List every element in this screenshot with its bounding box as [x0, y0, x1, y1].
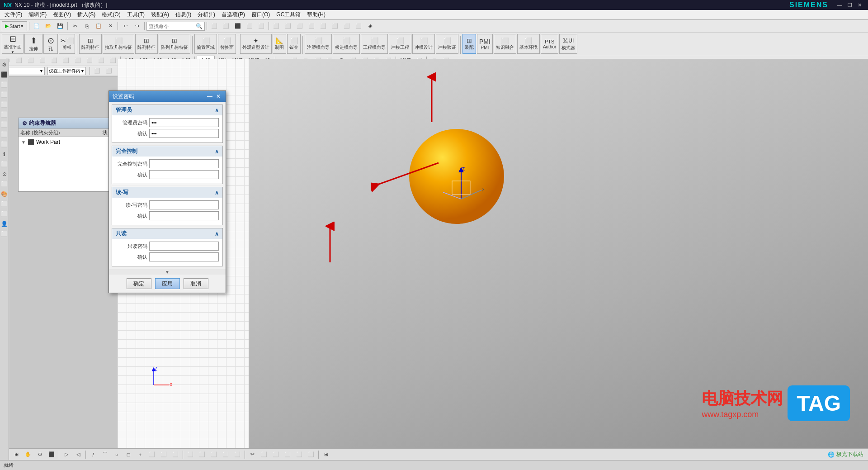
ro-confirm-input[interactable] [149, 252, 219, 261]
menu-item-preferences[interactable]: 首选项(P) [219, 10, 248, 19]
cut-btn[interactable]: ✂ [70, 21, 80, 31]
mold-wizard-btn[interactable]: ⬜ 注塑模向导 [305, 34, 332, 54]
prog-die-btn[interactable]: ⬜ 极进模向导 [333, 34, 360, 54]
bt-btn8[interactable]: ⌒ [99, 450, 110, 460]
side-icon-12[interactable]: ⊙ [0, 170, 9, 178]
dialog-close-btn[interactable]: ✕ [215, 93, 222, 100]
rw-password-input[interactable] [149, 200, 219, 209]
bt-btn11[interactable]: + [135, 450, 146, 460]
side-icon-11[interactable]: ⬜ [0, 160, 9, 168]
bt-btn10[interactable]: □ [123, 450, 134, 460]
apply-button[interactable]: 应用 [155, 278, 180, 289]
pattern-geo-btn[interactable]: ⊞ 阵列几何特征 [159, 34, 190, 54]
trim-btn[interactable]: ✂⬜ 剪板 [59, 34, 75, 54]
search-input[interactable] [149, 24, 194, 29]
admin-section-header[interactable]: 管理员 ∧ [112, 105, 222, 115]
read-write-header[interactable]: 读-写 ∧ [112, 187, 222, 198]
admin-password-input[interactable] [149, 118, 219, 127]
pmi-btn[interactable]: PMI PMI [477, 34, 493, 54]
bt-btn17[interactable]: ⬜ [208, 450, 219, 460]
redo-btn[interactable]: ↪ [132, 21, 142, 31]
bt-btn19[interactable]: ⬜ [232, 450, 243, 460]
tb-btn-b3[interactable]: ⬜ [294, 21, 305, 31]
know-fusion-btn[interactable]: ⬜ 知识融合 [494, 34, 516, 54]
bt-btn4[interactable]: ⬛ [46, 450, 57, 460]
side-icon-4[interactable]: ⬜ [0, 90, 9, 99]
side-icon-14[interactable]: 🎨 [0, 190, 9, 198]
tb-btn-a1[interactable]: ⬜ [209, 21, 220, 31]
bt-btn21[interactable]: ⬜ [259, 450, 269, 460]
admin-confirm-input[interactable] [149, 129, 219, 138]
side-icon-2[interactable]: ⬛ [0, 71, 9, 79]
minimize-btn[interactable]: — [835, 2, 844, 8]
menu-item-window[interactable]: 窗口(O) [249, 10, 273, 19]
bt-btn7[interactable]: / [88, 450, 99, 460]
side-icon-3[interactable]: ⬜ [0, 81, 9, 89]
bt-btn9[interactable]: ○ [111, 450, 122, 460]
rw-confirm-input[interactable] [149, 211, 219, 220]
full-control-password-input[interactable] [149, 159, 219, 168]
tb-btn-b9[interactable]: ◈ [365, 21, 376, 31]
side-icon-17[interactable]: 👤 [0, 220, 9, 228]
tb-btn-b6[interactable]: ⬜ [330, 21, 340, 31]
copy-btn[interactable]: ⎘ [81, 21, 92, 31]
pts-author-btn[interactable]: PTS Author [541, 34, 558, 54]
tb-btn-a4[interactable]: ⬜ [244, 21, 255, 31]
replace-face-btn[interactable]: ⬜ 替换面 [218, 34, 236, 54]
tb-btn-b8[interactable]: ⬜ [353, 21, 364, 31]
paste-btn[interactable]: 📋 [93, 21, 104, 31]
sheet-metal-btn[interactable]: ⬜ 钣金 [287, 34, 301, 54]
close-btn[interactable]: ✕ [856, 2, 863, 8]
bt-btn15[interactable]: ⬜ [185, 450, 196, 460]
extrude-btn[interactable]: ⬆ 拉伸 [24, 34, 42, 54]
full-control-confirm-input[interactable] [149, 170, 219, 179]
ro-password-input[interactable] [149, 242, 219, 251]
side-icon-16[interactable]: ⬜ [0, 210, 9, 218]
menu-item-edit[interactable]: 编辑(E) [26, 10, 49, 19]
basic-env-btn[interactable]: ⬜ 基本环境 [517, 34, 540, 54]
menu-item-view[interactable]: 视图(V) [50, 10, 74, 19]
new-btn[interactable]: 📄 [31, 21, 42, 31]
side-icon-7[interactable]: ⬜ [0, 120, 9, 128]
dialog-minimize-btn[interactable]: — [206, 93, 214, 100]
bt-btn12[interactable]: ⬜ [146, 450, 157, 460]
offset-region-btn[interactable]: ⬜ 偏置区域 [194, 34, 217, 54]
datum-plane-btn[interactable]: ⊟ 基准平面 ▼ [2, 34, 24, 54]
side-icon-18[interactable]: ⬜ [0, 230, 9, 238]
bt-btn14[interactable]: ⬜ [170, 450, 181, 460]
menu-item-gc[interactable]: GC工具箱 [274, 10, 303, 19]
side-icon-10[interactable]: ℹ [0, 150, 9, 158]
side-icon-13[interactable]: ⬜ [0, 180, 9, 188]
bt-btn13[interactable]: ⬜ [158, 450, 169, 460]
bt-btn23[interactable]: ⬜ [282, 450, 293, 460]
menu-item-format[interactable]: 格式(O) [99, 10, 123, 19]
tb-btn-b5[interactable]: ⬜ [318, 21, 329, 31]
cancel-button[interactable]: 取消 [184, 278, 208, 289]
save-btn[interactable]: 💾 [55, 21, 66, 31]
undo-btn[interactable]: ↩ [120, 21, 131, 31]
side-icon-1[interactable]: ⚙ [0, 61, 9, 69]
tb-btn-a5[interactable]: ⬜ [256, 21, 267, 31]
tb-btn-b2[interactable]: ⬜ [283, 21, 293, 31]
menu-item-insert[interactable]: 插入(S) [75, 10, 98, 19]
menu-item-assembly[interactable]: 装配(A) [148, 10, 172, 19]
shape-studio-btn[interactable]: ✦ 外观造型设计 [240, 34, 272, 54]
restore-btn[interactable]: ❐ [846, 2, 854, 8]
bt-btn6[interactable]: ◁ [73, 450, 84, 460]
extract-geo-btn[interactable]: ⬜ 抽取几何特征 [103, 34, 134, 54]
side-icon-6[interactable]: ⬜ [0, 110, 9, 119]
eng-die-btn[interactable]: ⬜ 工程模向导 [361, 34, 388, 54]
full-control-header[interactable]: 完全控制 ∧ [112, 146, 222, 157]
menu-item-analysis[interactable]: 分析(L) [195, 10, 218, 19]
bt-btn16[interactable]: ⬜ [197, 450, 208, 460]
tb-btn-b4[interactable]: ⬜ [306, 21, 317, 31]
side-icon-5[interactable]: ⬜ [0, 100, 9, 109]
tb-btn-a3[interactable]: ⬛ [232, 21, 243, 31]
assembly-btn[interactable]: ⊞ 装配 [462, 34, 476, 54]
tb-btn-b1[interactable]: ⬜ [271, 21, 282, 31]
bt-btn24[interactable]: ⬜ [294, 450, 305, 460]
bt-btn22[interactable]: ⬜ [270, 450, 281, 460]
bt-btn20[interactable]: ✂ [247, 450, 258, 460]
bt-btn25[interactable]: ⬜ [306, 450, 316, 460]
bt-btn26[interactable]: ⊞ [321, 450, 331, 460]
